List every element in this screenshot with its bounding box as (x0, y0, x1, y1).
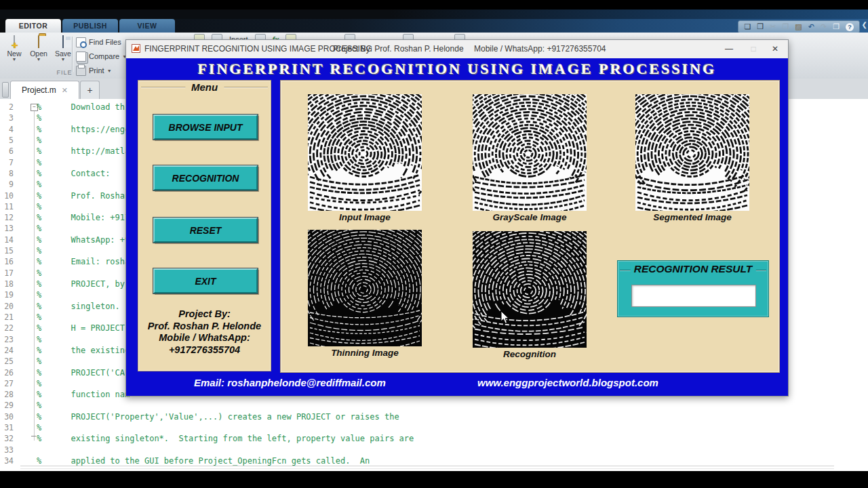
code-line: % applied to the GUI before Project_Open… (37, 455, 414, 466)
help-icon[interactable]: ? (846, 23, 854, 31)
line-number: 13 (0, 223, 14, 234)
line-number: 23 (0, 334, 14, 345)
line-number: 28 (0, 389, 14, 400)
horizontal-scrollbar[interactable] (20, 466, 834, 469)
credit-line: Prof. Roshan P. Helonde (138, 321, 271, 333)
matlab-ribbon-tabstrip: EDITORPUBLISHVIEW ❏❒✂❐▨↶↷❐? ❮ (0, 19, 868, 33)
matlab-figure-icon (132, 44, 140, 55)
figure-label: Input Image (308, 212, 422, 222)
line-number: 3 (0, 113, 14, 123)
line-number: 30 (0, 411, 14, 422)
tab-project-m[interactable]: Project.m ✕ (10, 81, 79, 99)
line-number: 29 (0, 400, 14, 411)
line-number: 15 (0, 245, 14, 256)
images-panel: RECOGNITION RESULT Input ImageGrayScale … (280, 80, 780, 373)
credit-line: +917276355704 (138, 344, 271, 357)
recognition-result-panel: RECOGNITION RESULT (617, 260, 769, 317)
line-number: 19 (0, 289, 14, 300)
credit-line: Mobile / WhatsApp: (138, 332, 271, 344)
close-tab-icon[interactable]: ✕ (62, 86, 68, 95)
line-number: 12 (0, 212, 14, 223)
exit-button[interactable]: EXIT (153, 268, 258, 293)
chevron-down-icon: ▼ (3, 58, 26, 61)
input-image-display (308, 94, 422, 211)
paste-icon[interactable]: ▨ (795, 22, 802, 32)
code-fold-end-icon (31, 436, 36, 436)
find-files-button[interactable]: Find Files (76, 37, 121, 47)
app-canvas: FINGERPRINT RECOGNITION USING IMAGE PROC… (126, 58, 788, 396)
chevron-down-icon: ▼ (27, 58, 50, 61)
figure-label: GrayScale Image (473, 212, 587, 222)
line-number: 9 (0, 179, 14, 190)
code-line: % (37, 422, 414, 433)
credit-text: Project By:Prof. Roshan P. HelondeMobile… (138, 308, 271, 356)
line-number: 2 (0, 102, 14, 113)
line-number: 32 (0, 433, 14, 444)
footer-email: Email: roshanphelonde@rediffmail.com (194, 377, 386, 388)
menu-panel-title: Menu (185, 81, 224, 93)
line-number: 17 (0, 268, 14, 279)
toolbar-separator (72, 37, 73, 72)
file-section-label: FILE (0, 69, 129, 76)
switch-window-icon[interactable]: ❐ (833, 22, 840, 32)
open-button[interactable]: Open ▼ (27, 36, 50, 61)
line-number: 31 (0, 422, 14, 433)
app-titlebar[interactable]: FINGERPRINT RECOGNITION USING IMAGE PROC… (126, 40, 788, 59)
line-number: 8 (0, 168, 14, 179)
line-number: 21 (0, 312, 14, 323)
credit-line: Project By: (138, 308, 271, 321)
figure-label: Segmented Image (635, 212, 749, 222)
copy-icon[interactable]: ❐ (782, 22, 789, 32)
recognition-display (473, 231, 587, 348)
minimize-button[interactable]: — (719, 40, 739, 58)
figure-label: Thinning Image (308, 348, 422, 358)
compare-label: Compare (89, 52, 119, 60)
ribbon-tab-editor[interactable]: EDITOR (5, 19, 61, 33)
find-files-icon (76, 37, 86, 47)
recognition-button[interactable]: RECOGNITION (153, 165, 258, 190)
thinning-image-display (308, 230, 422, 346)
tab-label: Project.m (22, 85, 56, 95)
footer-website: www.enggprojectworld.blogspot.com (477, 377, 658, 388)
ribbon-tab-publish[interactable]: PUBLISH (62, 19, 118, 33)
app-heading: FINGERPRINT RECOGNITION USING IMAGE PROC… (126, 60, 788, 78)
ribbon-tab-view[interactable]: VIEW (119, 19, 175, 33)
save-button[interactable]: Save ▼ (52, 36, 75, 61)
compare-button[interactable]: Compare ▼ (76, 51, 127, 62)
collapse-ribbon-icon[interactable]: ❮ (862, 21, 867, 28)
line-number: 27 (0, 378, 14, 389)
save-icon[interactable]: ❒ (757, 22, 764, 32)
new-tab-button[interactable]: + (80, 81, 100, 99)
line-number: 25 (0, 356, 14, 367)
reset-button[interactable]: RESET (153, 218, 258, 243)
line-number: 14 (0, 235, 14, 245)
result-text-field[interactable] (631, 285, 756, 307)
redo-icon[interactable]: ↷ (821, 22, 827, 32)
cut-icon[interactable]: ✂ (770, 22, 776, 32)
close-button[interactable]: ✕ (765, 40, 785, 58)
new-script-icon[interactable]: ❏ (744, 22, 751, 32)
grayscale-image-display (473, 94, 587, 211)
tabbar-splitter-handle[interactable] (2, 82, 9, 98)
undo-icon[interactable]: ↶ (808, 22, 814, 32)
letterbox-bottom (0, 471, 868, 488)
new-file-icon (14, 35, 15, 48)
line-number: 11 (0, 201, 14, 212)
code-line (37, 445, 414, 455)
browse-input-button[interactable]: BROWSE INPUT (153, 115, 258, 140)
line-number: 22 (0, 323, 14, 333)
segmented-image-display (635, 94, 749, 211)
new-button[interactable]: New ▼ (3, 36, 26, 61)
menu-panel: Menu BROWSE INPUTRECOGNITIONRESETEXIT Pr… (138, 80, 271, 371)
footer-bar: Email: roshanphelonde@rediffmail.com www… (126, 377, 788, 392)
fingerprint-app-window: FINGERPRINT RECOGNITION USING IMAGE PROC… (125, 39, 789, 396)
screen: EDITORPUBLISHVIEW ❏❒✂❐▨↶↷❐? ❮ New ▼ Open… (0, 0, 868, 488)
line-number: 5 (0, 135, 14, 146)
line-number: 6 (0, 146, 14, 157)
line-number: 10 (0, 190, 14, 201)
open-folder-icon (38, 35, 39, 48)
line-number: 24 (0, 345, 14, 356)
figure-label: Recognition (473, 349, 587, 359)
maximize-button[interactable]: □ (743, 40, 764, 58)
line-number-gutter: 2345678910111213141516171819202122232425… (0, 102, 14, 466)
